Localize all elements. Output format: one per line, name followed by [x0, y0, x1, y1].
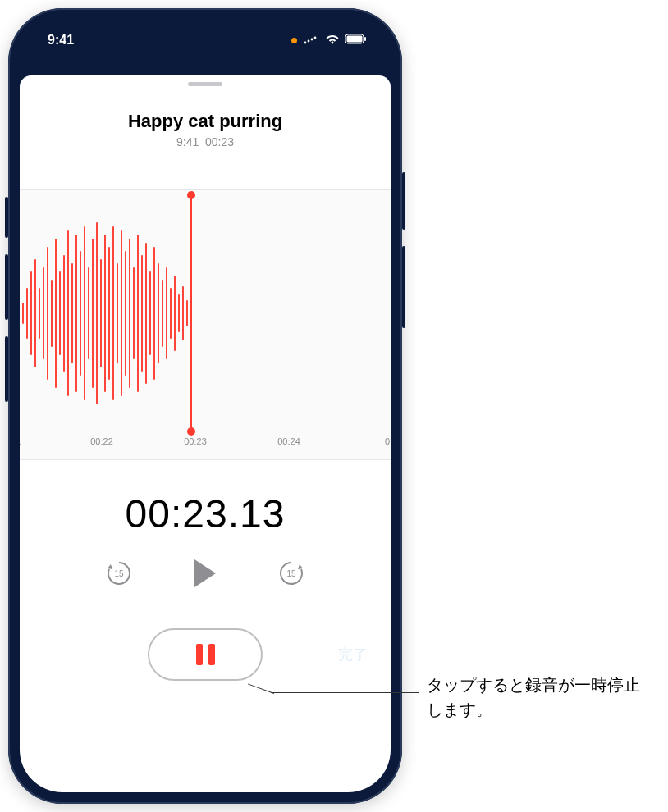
pause-icon — [196, 644, 215, 665]
side-hw-button — [5, 197, 8, 238]
recording-title: Happy cat purring — [20, 111, 391, 132]
recording-subtitle: 9:41 00:23 — [20, 135, 391, 148]
side-hw-button-3 — [5, 336, 8, 402]
elapsed-timer: 00:23.13 — [20, 491, 391, 536]
battery-icon — [345, 33, 368, 48]
recorder-sheet: Happy cat purring 9:41 00:23 — [20, 75, 391, 792]
transport-controls: 15 15 — [20, 558, 391, 592]
play-button[interactable] — [191, 558, 219, 592]
wifi-icon — [325, 33, 340, 48]
tick-label: 0 — [385, 436, 390, 446]
svg-point-3 — [314, 37, 317, 39]
cellular-icon — [304, 33, 320, 48]
svg-point-1 — [308, 40, 310, 43]
callout-text: タップすると録音が一時停止します。 — [427, 673, 648, 722]
tick-label: 21 — [20, 436, 21, 446]
tick-label: 00:24 — [277, 436, 300, 446]
playhead-indicator[interactable] — [190, 195, 192, 431]
record-row: 完了 — [20, 628, 391, 681]
phone-frame: 9:41 Happy cat purring 9:41 00:23 — [8, 8, 402, 804]
side-hw-button-2 — [5, 254, 8, 320]
sheet-grabber[interactable] — [188, 82, 222, 86]
tick-label: 00:23 — [184, 436, 207, 446]
svg-text:15: 15 — [286, 569, 296, 578]
waveform-graphic — [20, 190, 391, 436]
waveform-area[interactable]: 21 00:22 00:23 00:24 0 — [20, 189, 391, 460]
svg-text:15: 15 — [114, 569, 124, 578]
notch — [140, 20, 271, 48]
callout-leader-line — [271, 692, 419, 693]
recording-indicator-dot — [291, 38, 297, 43]
tick-label: 00:22 — [90, 436, 113, 446]
pause-record-button[interactable] — [148, 628, 263, 681]
volume-down-button — [402, 246, 405, 328]
svg-rect-6 — [364, 37, 366, 41]
rewind-15-button[interactable]: 15 — [104, 559, 134, 591]
recording-time: 9:41 — [176, 135, 199, 148]
timeline-ticks: 21 00:22 00:23 00:24 0 — [20, 436, 391, 459]
volume-up-button — [402, 172, 405, 230]
status-time: 9:41 — [48, 33, 74, 48]
screen: 9:41 Happy cat purring 9:41 00:23 — [20, 20, 391, 792]
svg-point-2 — [311, 39, 313, 41]
status-right — [291, 33, 368, 48]
done-button[interactable]: 完了 — [338, 645, 368, 664]
recording-duration: 00:23 — [205, 135, 234, 148]
svg-point-0 — [304, 42, 307, 44]
forward-15-button[interactable]: 15 — [277, 559, 306, 591]
svg-rect-5 — [347, 36, 363, 43]
